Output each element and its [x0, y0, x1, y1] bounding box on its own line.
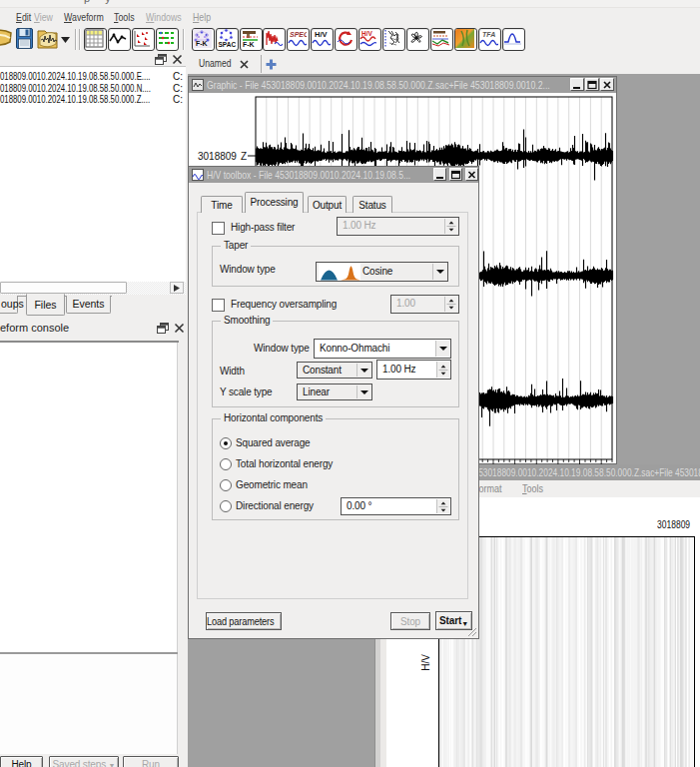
svg-text:F-K: F-K: [196, 40, 208, 47]
svg-text:3018809: 3018809: [198, 151, 237, 162]
svg-text:H/V: H/V: [361, 30, 373, 37]
svg-text:SPAC: SPAC: [219, 41, 237, 48]
svg-text:H/V: H/V: [315, 30, 328, 39]
svg-text:TFA: TFA: [482, 31, 495, 38]
svg-text:F-K: F-K: [243, 41, 255, 48]
svg-text:SPEC: SPEC: [290, 31, 307, 38]
svg-text:Z: Z: [241, 151, 247, 162]
